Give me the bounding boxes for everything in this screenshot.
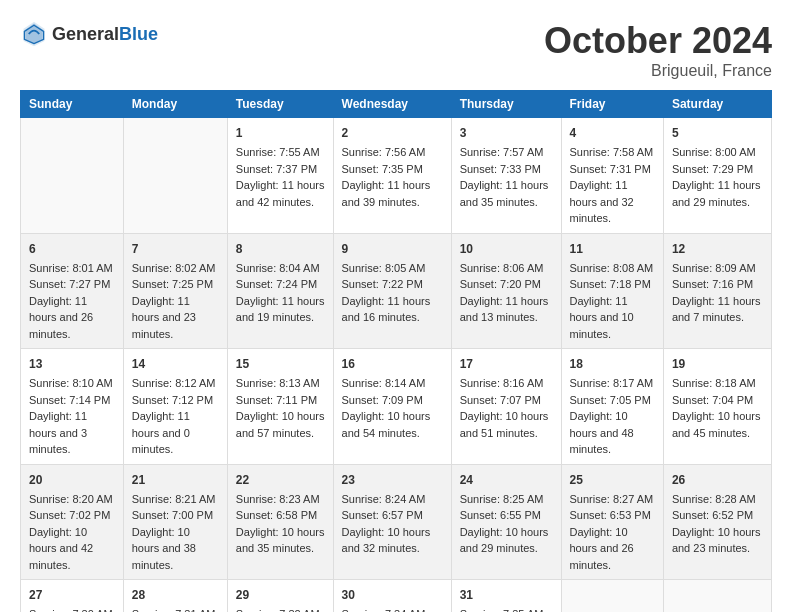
cell-content: Sunrise: 8:28 AM — [672, 491, 763, 508]
calendar-week-row: 6Sunrise: 8:01 AMSunset: 7:27 PMDaylight… — [21, 233, 772, 349]
cell-content: Sunrise: 8:06 AM — [460, 260, 553, 277]
calendar-cell: 2Sunrise: 7:56 AMSunset: 7:35 PMDaylight… — [333, 118, 451, 234]
title-section: October 2024 Brigueuil, France — [544, 20, 772, 80]
cell-content: Sunset: 7:00 PM — [132, 507, 219, 524]
cell-content: Daylight: 11 hours and 7 minutes. — [672, 293, 763, 326]
cell-content: Sunset: 7:22 PM — [342, 276, 443, 293]
cell-content: Daylight: 11 hours and 23 minutes. — [132, 293, 219, 343]
calendar-cell: 6Sunrise: 8:01 AMSunset: 7:27 PMDaylight… — [21, 233, 124, 349]
calendar-cell: 27Sunrise: 7:30 AMSunset: 5:50 PMDayligh… — [21, 580, 124, 613]
cell-content: Sunset: 6:53 PM — [570, 507, 655, 524]
calendar-cell — [561, 580, 663, 613]
logo-general-text: General — [52, 24, 119, 45]
day-number: 11 — [570, 240, 655, 258]
cell-content: Daylight: 10 hours and 57 minutes. — [236, 408, 325, 441]
day-number: 26 — [672, 471, 763, 489]
calendar-cell: 21Sunrise: 8:21 AMSunset: 7:00 PMDayligh… — [123, 464, 227, 580]
calendar-cell: 28Sunrise: 7:31 AMSunset: 5:49 PMDayligh… — [123, 580, 227, 613]
calendar-cell: 30Sunrise: 7:34 AMSunset: 5:46 PMDayligh… — [333, 580, 451, 613]
cell-content: Sunset: 7:33 PM — [460, 161, 553, 178]
calendar-cell: 10Sunrise: 8:06 AMSunset: 7:20 PMDayligh… — [451, 233, 561, 349]
cell-content: Daylight: 11 hours and 26 minutes. — [29, 293, 115, 343]
calendar-cell: 20Sunrise: 8:20 AMSunset: 7:02 PMDayligh… — [21, 464, 124, 580]
cell-content: Sunrise: 8:25 AM — [460, 491, 553, 508]
cell-content: Sunrise: 7:57 AM — [460, 144, 553, 161]
cell-content: Sunrise: 8:05 AM — [342, 260, 443, 277]
calendar-cell: 23Sunrise: 8:24 AMSunset: 6:57 PMDayligh… — [333, 464, 451, 580]
calendar-cell: 4Sunrise: 7:58 AMSunset: 7:31 PMDaylight… — [561, 118, 663, 234]
cell-content: Sunrise: 8:14 AM — [342, 375, 443, 392]
cell-content: Sunrise: 8:13 AM — [236, 375, 325, 392]
cell-content: Daylight: 10 hours and 23 minutes. — [672, 524, 763, 557]
header: General Blue October 2024 Brigueuil, Fra… — [20, 20, 772, 80]
cell-content: Sunset: 7:18 PM — [570, 276, 655, 293]
cell-content: Daylight: 10 hours and 51 minutes. — [460, 408, 553, 441]
cell-content: Sunrise: 7:55 AM — [236, 144, 325, 161]
cell-content: Sunrise: 7:34 AM — [342, 606, 443, 612]
calendar-cell: 5Sunrise: 8:00 AMSunset: 7:29 PMDaylight… — [663, 118, 771, 234]
cell-content: Sunrise: 8:01 AM — [29, 260, 115, 277]
cell-content: Daylight: 10 hours and 29 minutes. — [460, 524, 553, 557]
cell-content: Sunset: 6:57 PM — [342, 507, 443, 524]
cell-content: Sunset: 7:05 PM — [570, 392, 655, 409]
cell-content: Sunset: 7:31 PM — [570, 161, 655, 178]
day-number: 9 — [342, 240, 443, 258]
cell-content: Sunrise: 8:20 AM — [29, 491, 115, 508]
cell-content: Sunrise: 8:08 AM — [570, 260, 655, 277]
day-number: 1 — [236, 124, 325, 142]
cell-content: Sunset: 6:55 PM — [460, 507, 553, 524]
cell-content: Sunset: 6:58 PM — [236, 507, 325, 524]
month-title: October 2024 — [544, 20, 772, 62]
calendar-cell: 8Sunrise: 8:04 AMSunset: 7:24 PMDaylight… — [227, 233, 333, 349]
calendar-cell: 16Sunrise: 8:14 AMSunset: 7:09 PMDayligh… — [333, 349, 451, 465]
day-number: 19 — [672, 355, 763, 373]
day-number: 27 — [29, 586, 115, 604]
calendar-cell: 3Sunrise: 7:57 AMSunset: 7:33 PMDaylight… — [451, 118, 561, 234]
calendar-cell — [21, 118, 124, 234]
cell-content: Sunset: 7:04 PM — [672, 392, 763, 409]
cell-content: Sunrise: 8:02 AM — [132, 260, 219, 277]
weekday-header-friday: Friday — [561, 91, 663, 118]
day-number: 5 — [672, 124, 763, 142]
day-number: 13 — [29, 355, 115, 373]
day-number: 28 — [132, 586, 219, 604]
location-title: Brigueuil, France — [544, 62, 772, 80]
cell-content: Sunset: 7:12 PM — [132, 392, 219, 409]
cell-content: Sunrise: 8:12 AM — [132, 375, 219, 392]
calendar-cell: 13Sunrise: 8:10 AMSunset: 7:14 PMDayligh… — [21, 349, 124, 465]
day-number: 25 — [570, 471, 655, 489]
cell-content: Daylight: 11 hours and 16 minutes. — [342, 293, 443, 326]
calendar-week-row: 27Sunrise: 7:30 AMSunset: 5:50 PMDayligh… — [21, 580, 772, 613]
cell-content: Daylight: 10 hours and 45 minutes. — [672, 408, 763, 441]
cell-content: Sunrise: 8:10 AM — [29, 375, 115, 392]
logo-blue-text: Blue — [119, 24, 158, 45]
calendar-cell: 25Sunrise: 8:27 AMSunset: 6:53 PMDayligh… — [561, 464, 663, 580]
calendar-week-row: 20Sunrise: 8:20 AMSunset: 7:02 PMDayligh… — [21, 464, 772, 580]
cell-content: Sunrise: 8:09 AM — [672, 260, 763, 277]
cell-content: Sunrise: 8:18 AM — [672, 375, 763, 392]
cell-content: Sunset: 7:02 PM — [29, 507, 115, 524]
cell-content: Sunrise: 8:16 AM — [460, 375, 553, 392]
day-number: 7 — [132, 240, 219, 258]
cell-content: Sunrise: 8:00 AM — [672, 144, 763, 161]
day-number: 14 — [132, 355, 219, 373]
cell-content: Sunrise: 8:21 AM — [132, 491, 219, 508]
day-number: 3 — [460, 124, 553, 142]
weekday-header-tuesday: Tuesday — [227, 91, 333, 118]
cell-content: Sunrise: 7:31 AM — [132, 606, 219, 612]
day-number: 22 — [236, 471, 325, 489]
weekday-header-monday: Monday — [123, 91, 227, 118]
weekday-header-row: SundayMondayTuesdayWednesdayThursdayFrid… — [21, 91, 772, 118]
cell-content: Sunrise: 8:24 AM — [342, 491, 443, 508]
cell-content: Daylight: 11 hours and 13 minutes. — [460, 293, 553, 326]
day-number: 12 — [672, 240, 763, 258]
cell-content: Daylight: 11 hours and 32 minutes. — [570, 177, 655, 227]
cell-content: Sunset: 7:27 PM — [29, 276, 115, 293]
day-number: 30 — [342, 586, 443, 604]
calendar-week-row: 13Sunrise: 8:10 AMSunset: 7:14 PMDayligh… — [21, 349, 772, 465]
calendar-cell: 14Sunrise: 8:12 AMSunset: 7:12 PMDayligh… — [123, 349, 227, 465]
cell-content: Daylight: 10 hours and 26 minutes. — [570, 524, 655, 574]
day-number: 15 — [236, 355, 325, 373]
cell-content: Sunset: 7:35 PM — [342, 161, 443, 178]
cell-content: Daylight: 10 hours and 38 minutes. — [132, 524, 219, 574]
